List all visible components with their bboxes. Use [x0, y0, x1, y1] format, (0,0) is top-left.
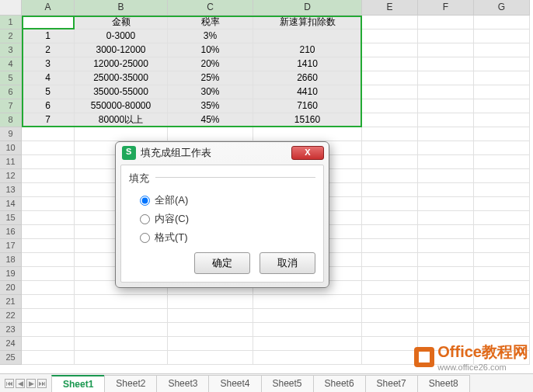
cell[interactable]: [22, 253, 75, 267]
cell[interactable]: [253, 295, 362, 309]
cell[interactable]: [474, 295, 530, 309]
cell[interactable]: [474, 323, 530, 337]
cell[interactable]: [168, 127, 253, 141]
cell[interactable]: [418, 169, 474, 183]
row-header[interactable]: 18: [0, 253, 22, 267]
cell[interactable]: 7: [22, 113, 75, 127]
cell[interactable]: [362, 155, 418, 169]
cell[interactable]: [362, 253, 418, 267]
cell[interactable]: 4: [22, 71, 75, 85]
cell[interactable]: [362, 57, 418, 71]
cell[interactable]: [75, 295, 168, 309]
cell[interactable]: [418, 99, 474, 113]
cell[interactable]: [22, 323, 75, 337]
sheet-tab[interactable]: Sheet2: [104, 375, 157, 392]
radio-option[interactable]: 内容(C): [140, 212, 315, 226]
cell[interactable]: [474, 183, 530, 197]
cell[interactable]: [474, 85, 530, 99]
cell[interactable]: [253, 309, 362, 323]
cell[interactable]: [418, 71, 474, 85]
tab-nav-button[interactable]: ⏭: [37, 379, 47, 388]
tab-nav-button[interactable]: ◀: [16, 379, 25, 388]
cell[interactable]: [168, 309, 253, 323]
cell[interactable]: 35%: [168, 99, 253, 113]
cell[interactable]: 2: [22, 43, 75, 57]
cell[interactable]: 0-3000: [75, 29, 168, 43]
cell[interactable]: [22, 127, 75, 141]
cell[interactable]: 10%: [168, 43, 253, 57]
cell[interactable]: [474, 239, 530, 253]
cell[interactable]: [362, 85, 418, 99]
cell[interactable]: [474, 127, 530, 141]
cell[interactable]: 3000-12000: [75, 43, 168, 57]
cancel-button[interactable]: 取消: [260, 252, 315, 274]
cell[interactable]: [22, 281, 75, 295]
cell[interactable]: [418, 323, 474, 337]
cell[interactable]: 12000-25000: [75, 57, 168, 71]
cell[interactable]: [362, 183, 418, 197]
row-header[interactable]: 7: [0, 99, 22, 113]
sheet-tab[interactable]: Sheet6: [313, 375, 366, 392]
cell[interactable]: [474, 267, 530, 281]
cell[interactable]: [253, 29, 362, 43]
sheet-tab[interactable]: Sheet5: [261, 375, 314, 392]
cell[interactable]: 新速算扣除数: [253, 16, 362, 29]
cell[interactable]: [75, 127, 168, 141]
row-header[interactable]: 4: [0, 57, 22, 71]
cell[interactable]: [474, 141, 530, 155]
cell[interactable]: [418, 16, 474, 29]
cell[interactable]: [362, 71, 418, 85]
row-header[interactable]: 20: [0, 281, 22, 295]
cell[interactable]: [418, 155, 474, 169]
cell[interactable]: [418, 267, 474, 281]
cell[interactable]: [418, 141, 474, 155]
sheet-tab[interactable]: Sheet1: [51, 375, 105, 392]
cell[interactable]: [362, 295, 418, 309]
ok-button[interactable]: 确定: [194, 252, 250, 274]
row-header[interactable]: 10: [0, 141, 22, 155]
cell[interactable]: 30%: [168, 85, 253, 99]
row-header[interactable]: 25: [0, 351, 22, 365]
cell[interactable]: [362, 337, 418, 351]
cell[interactable]: 1: [22, 29, 75, 43]
sheet-tab[interactable]: Sheet3: [156, 375, 209, 392]
cell[interactable]: 25000-35000: [75, 71, 168, 85]
row-header[interactable]: 17: [0, 239, 22, 253]
row-header[interactable]: 5: [0, 71, 22, 85]
cell[interactable]: [362, 43, 418, 57]
row-header[interactable]: 19: [0, 267, 22, 281]
row-header[interactable]: 23: [0, 323, 22, 337]
row-header[interactable]: 8: [0, 113, 22, 127]
cell[interactable]: [362, 267, 418, 281]
column-header-e[interactable]: E: [362, 0, 418, 16]
cell[interactable]: [474, 309, 530, 323]
cell[interactable]: [362, 323, 418, 337]
cell[interactable]: [362, 169, 418, 183]
column-header-g[interactable]: G: [474, 0, 530, 16]
cell[interactable]: [418, 127, 474, 141]
row-header[interactable]: 24: [0, 337, 22, 351]
cell[interactable]: [253, 127, 362, 141]
cell[interactable]: [22, 239, 75, 253]
cell[interactable]: [418, 43, 474, 57]
row-header[interactable]: 15: [0, 211, 22, 225]
cell[interactable]: [474, 29, 530, 43]
cell[interactable]: [22, 169, 75, 183]
cell[interactable]: 6: [22, 99, 75, 113]
cell[interactable]: [168, 337, 253, 351]
cell[interactable]: [418, 239, 474, 253]
cell[interactable]: [362, 211, 418, 225]
cell[interactable]: [474, 43, 530, 57]
cell[interactable]: [362, 29, 418, 43]
cell[interactable]: 4410: [253, 85, 362, 99]
cell[interactable]: [22, 183, 75, 197]
row-header[interactable]: 1: [0, 16, 22, 29]
cell[interactable]: [418, 183, 474, 197]
cell[interactable]: [362, 127, 418, 141]
cell[interactable]: [474, 113, 530, 127]
cell[interactable]: [362, 281, 418, 295]
radio-input[interactable]: [140, 214, 150, 224]
cell[interactable]: [362, 113, 418, 127]
cell[interactable]: [418, 29, 474, 43]
row-header[interactable]: 11: [0, 155, 22, 169]
